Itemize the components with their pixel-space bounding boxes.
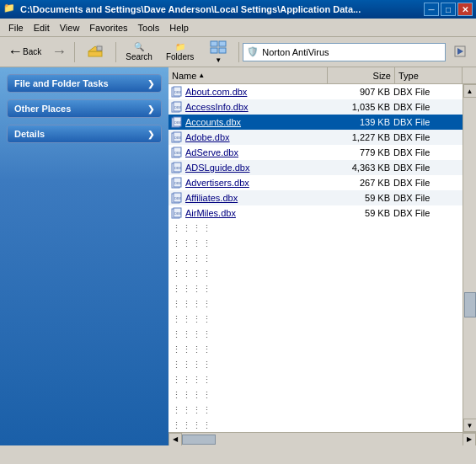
menu-bar: File Edit View Favorites Tools Help — [0, 19, 476, 37]
go-icon — [453, 45, 467, 60]
scroll-right-button[interactable]: ▶ — [463, 433, 476, 446]
dotted-row: ⋮⋮⋮⋮ — [168, 357, 463, 372]
details-chevron: ❯ — [147, 130, 154, 139]
svg-text:DBX: DBX — [174, 166, 182, 170]
file-name: Affiliates.dbx — [185, 193, 326, 203]
dotted-row: ⋮⋮⋮⋮ — [168, 251, 463, 266]
file-size: 267 KB — [326, 178, 393, 188]
folders-label: Folders — [166, 52, 194, 61]
scroll-left-button[interactable]: ◀ — [168, 433, 182, 446]
minimize-button[interactable]: ─ — [424, 3, 439, 16]
dotted-row: ⋮⋮⋮⋮ — [168, 236, 463, 251]
svg-text:DBX: DBX — [174, 120, 182, 125]
file-folder-tasks-header[interactable]: File and Folder Tasks ❯ — [8, 75, 161, 92]
file-icon: DBX — [170, 100, 184, 114]
table-row[interactable]: DBX Affiliates.dbx 59 KB DBX File — [168, 190, 463, 205]
scroll-up-button[interactable]: ▲ — [463, 84, 477, 98]
col-name-label: Name — [172, 71, 196, 81]
dotted-row: ⋮⋮⋮⋮ — [168, 266, 463, 281]
window-controls: ─ □ ✕ — [424, 3, 473, 16]
dotted-row: ⋮⋮⋮⋮ — [168, 327, 463, 342]
table-row[interactable]: DBX Advertisers.dbx 267 KB DBX File — [168, 175, 463, 190]
table-row[interactable]: DBX AirMiles.dbx 59 KB DBX File — [168, 205, 463, 221]
menu-help[interactable]: Help — [164, 21, 194, 35]
views-icon — [210, 40, 227, 56]
file-list[interactable]: DBX About.com.dbx 907 KB DBX File DBX Ac… — [168, 84, 463, 432]
file-size: 59 KB — [326, 208, 393, 218]
scroll-down-button[interactable]: ▼ — [463, 419, 477, 432]
views-dropdown-arrow: ▼ — [215, 56, 222, 64]
dotted-row: ⋮⋮⋮⋮ — [168, 418, 463, 432]
file-type: DBX File — [393, 132, 461, 142]
file-icon: DBX — [170, 85, 184, 99]
dotted-row: ⋮⋮⋮⋮ — [168, 372, 463, 387]
svg-text:DBX: DBX — [174, 105, 182, 109]
menu-file[interactable]: File — [3, 21, 29, 35]
folders-button[interactable]: 📁 Folders — [160, 40, 200, 65]
back-button[interactable]: ← Back — [3, 40, 45, 65]
file-icon: DBX — [170, 176, 184, 189]
file-size: 1,227 KB — [326, 132, 393, 142]
horizontal-scrollbar[interactable]: ◀ ▶ — [168, 432, 476, 445]
svg-rect-6 — [211, 48, 217, 53]
table-row[interactable]: DBX AccessInfo.dbx 1,035 KB DBX File — [168, 99, 463, 115]
svg-rect-7 — [219, 48, 226, 53]
svg-text:DBX: DBX — [174, 151, 182, 155]
vertical-scrollbar[interactable]: ▲ ▼ — [463, 84, 476, 432]
file-icon: DBX — [170, 115, 184, 129]
address-icon: 🛡️ — [247, 46, 259, 57]
views-button[interactable]: ▼ — [201, 40, 235, 65]
title-bar: 📁 C:\Documents and Settings\Dave Anderso… — [0, 0, 476, 19]
file-icon: DBX — [170, 191, 184, 205]
menu-edit[interactable]: Edit — [29, 21, 55, 35]
file-size: 779 KB — [326, 147, 393, 157]
svg-rect-0 — [88, 51, 102, 56]
left-panel: File and Folder Tasks ❯ Other Places ❯ D… — [0, 67, 168, 445]
file-icon: DBX — [170, 146, 184, 159]
horiz-thumb[interactable] — [182, 435, 216, 445]
col-header-name[interactable]: Name ▲ — [168, 67, 328, 83]
forward-button[interactable]: → — [47, 40, 71, 65]
search-label: Search — [126, 52, 152, 61]
svg-text:DBX: DBX — [174, 211, 182, 216]
file-size: 4,363 KB — [326, 163, 393, 173]
maximize-button[interactable]: □ — [441, 3, 456, 16]
window-title: C:\Documents and Settings\Dave Anderson\… — [20, 4, 424, 14]
window-icon: 📁 — [3, 3, 17, 16]
svg-text:DBX: DBX — [174, 196, 182, 200]
file-list-header: Name ▲ Size Type — [168, 67, 476, 84]
search-button[interactable]: 🔍 Search — [120, 40, 158, 65]
table-row[interactable]: DBX Adobe.dbx 1,227 KB DBX File — [168, 130, 463, 145]
up-icon — [87, 45, 104, 60]
table-row[interactable]: DBX Accounts.dbx 139 KB DBX File — [168, 115, 463, 130]
main-content: File and Folder Tasks ❯ Other Places ❯ D… — [0, 67, 476, 445]
col-size-label: Size — [373, 71, 391, 81]
file-name: About.com.dbx — [185, 87, 326, 97]
address-text: Norton AntiVirus — [262, 47, 329, 57]
table-row[interactable]: DBX ADSLguide.dbx 4,363 KB DBX File — [168, 160, 463, 175]
svg-text:DBX: DBX — [174, 136, 182, 140]
file-folder-tasks-chevron: ❯ — [147, 79, 154, 88]
menu-view[interactable]: View — [55, 21, 85, 35]
file-name: Accounts.dbx — [185, 117, 326, 127]
file-list-container: Name ▲ Size Type DBX About.com.dbx 907 K… — [168, 67, 476, 445]
up-button[interactable] — [78, 40, 112, 65]
menu-tools[interactable]: Tools — [133, 21, 165, 35]
menu-favorites[interactable]: Favorites — [84, 21, 132, 35]
dotted-row: ⋮⋮⋮⋮ — [168, 281, 463, 296]
close-button[interactable]: ✕ — [457, 3, 473, 16]
file-icon: DBX — [170, 206, 184, 220]
details-header[interactable]: Details ❯ — [8, 125, 161, 142]
table-row[interactable]: DBX AdServe.dbx 779 KB DBX File — [168, 145, 463, 160]
file-folder-tasks-section: File and Folder Tasks ❯ — [7, 74, 162, 93]
svg-rect-2 — [97, 46, 102, 51]
file-size: 907 KB — [326, 87, 393, 97]
scroll-thumb[interactable] — [464, 292, 476, 317]
address-bar: 🛡️ Norton AntiVirus — [243, 43, 446, 61]
file-folder-tasks-label: File and Folder Tasks — [14, 78, 109, 88]
other-places-header[interactable]: Other Places ❯ — [8, 100, 161, 117]
go-button[interactable] — [447, 40, 473, 65]
col-header-size[interactable]: Size — [328, 67, 395, 83]
col-header-type[interactable]: Type — [395, 67, 463, 83]
table-row[interactable]: DBX About.com.dbx 907 KB DBX File — [168, 84, 463, 99]
